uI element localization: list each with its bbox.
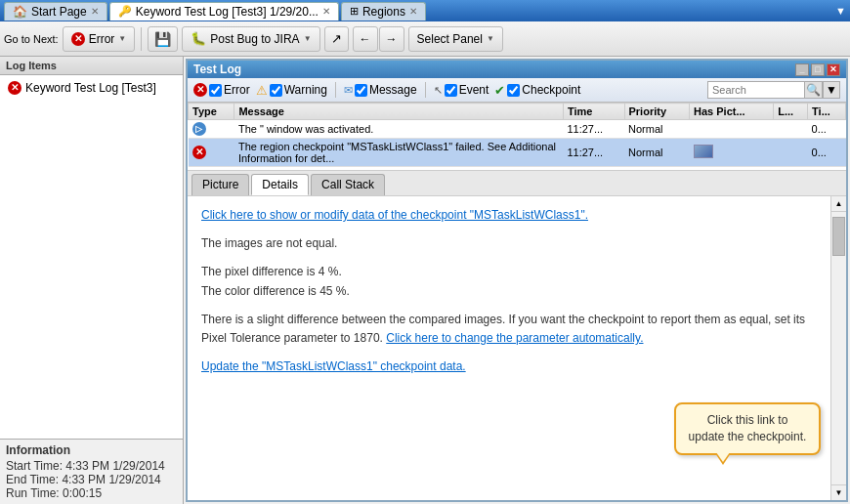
log-items-content: ✕ Keyword Test Log [Test3] (0, 75, 183, 439)
right-panel: Test Log _ □ ✕ ✕ Error ⚠ Warning (184, 57, 850, 504)
forward-btn[interactable]: → (379, 26, 404, 52)
tab-start-page[interactable]: 🏠 Start Page ✕ (4, 2, 107, 21)
filter-event-icon: ↖ (434, 84, 443, 97)
col-l: L... (774, 104, 808, 120)
save-icon: 💾 (154, 31, 171, 47)
go-to-next-error-btn[interactable]: ✕ Error ▼ (63, 26, 136, 52)
filter-event[interactable]: ↖ Event (434, 83, 489, 97)
row-type: ▷ (189, 120, 234, 139)
checkpoint-link[interactable]: Click here to show or modify data of the… (201, 208, 588, 222)
filter-checkpoint[interactable]: ✔ Checkpoint (494, 83, 580, 98)
tab-call-stack[interactable]: Call Stack (311, 174, 385, 195)
row-message: The " window was activated. (234, 120, 564, 139)
test-log-title: Test Log (193, 63, 241, 76)
log-items-header: Log Items (0, 57, 183, 75)
row-ti: 0... (808, 139, 846, 167)
table-row[interactable]: ▷ The " window was activated. 11:27... N… (189, 120, 846, 139)
tooltip-bubble: Click this link to update the checkpoint… (674, 402, 821, 455)
filter-message[interactable]: ✉ Message (344, 83, 417, 97)
row-l (774, 120, 808, 139)
run-time-row: Run Time: 0:00:15 (6, 486, 177, 500)
filter-error[interactable]: ✕ Error (193, 83, 250, 97)
save-btn[interactable]: 💾 (148, 26, 178, 52)
search-dropdown-btn[interactable]: ▼ (823, 81, 840, 99)
filter-warning-checkbox[interactable] (270, 84, 282, 97)
info-row-icon: ▷ (192, 122, 206, 136)
filter-checkpoint-label: Checkpoint (522, 83, 580, 97)
back-btn[interactable]: ← (353, 26, 378, 52)
filter-bar: ✕ Error ⚠ Warning ✉ Message ↖ (188, 78, 846, 103)
details-scrollbar: ▲ ▼ (830, 196, 846, 500)
scrollbar-track (831, 212, 846, 484)
col-message: Message (234, 104, 564, 120)
search-box: 🔍 ▼ (707, 81, 840, 99)
update-checkpoint-link[interactable]: Update the "MSTaskListWClass1" checkpoin… (201, 359, 466, 373)
run-time-label: Run Time: (6, 486, 60, 500)
change-param-link[interactable]: Click here to change the parameter autom… (386, 331, 643, 345)
end-time-label: End Time: (6, 473, 59, 486)
tooltip-text: Click this link to update the checkpoint… (689, 413, 807, 443)
row-priority: Normal (624, 139, 690, 167)
details-text: Click here to show or modify data of the… (188, 196, 830, 500)
row-priority: Normal (624, 120, 690, 139)
pixel-diff-text: The pixel difference is 4 %. The color d… (201, 263, 817, 300)
main-layout: Log Items ✕ Keyword Test Log [Test3] Inf… (0, 57, 850, 504)
filter-event-checkbox[interactable] (445, 84, 457, 97)
error-row-icon: ✕ (192, 146, 206, 159)
run-time-value: 0:00:15 (63, 486, 102, 500)
row-time: 11:27... (563, 139, 624, 167)
dropdown-arrow-icon: ▼ (118, 34, 126, 43)
scrollbar-down-btn[interactable]: ▼ (831, 484, 846, 500)
separator-1 (141, 27, 142, 51)
close-tab-start[interactable]: ✕ (91, 6, 99, 17)
row-time: 11:27... (563, 120, 624, 139)
information-label: Information (6, 443, 177, 457)
filter-message-label: Message (369, 83, 417, 97)
filter-checkpoint-checkbox[interactable] (507, 84, 520, 97)
error-icon: ✕ (71, 32, 85, 46)
test-log-titlebar: Test Log _ □ ✕ (188, 61, 846, 78)
scrollbar-thumb[interactable] (832, 217, 845, 256)
filter-message-checkbox[interactable] (355, 84, 367, 97)
search-input[interactable] (707, 81, 805, 99)
filter-error-checkbox[interactable] (209, 84, 222, 97)
row-has-pict (690, 120, 774, 139)
table-row[interactable]: ✕ The region checkpoint "MSTaskListWClas… (189, 139, 846, 167)
row-has-pict (690, 139, 774, 167)
tab-bar: 🏠 Start Page ✕ 🔑 Keyword Test Log [Test3… (4, 2, 835, 21)
filter-error-label: Error (224, 83, 250, 97)
restore-btn[interactable]: □ (811, 63, 825, 76)
end-time-row: End Time: 4:33 PM 1/29/2014 (6, 473, 177, 486)
bug-icon: 🐛 (191, 31, 206, 46)
tree-item-label: Keyword Test Log [Test3] (25, 81, 156, 95)
tab-details[interactable]: Details (251, 174, 309, 195)
update-checkpoint-row: Update the "MSTaskListWClass1" checkpoin… (201, 357, 817, 376)
filter-warning[interactable]: ⚠ Warning (256, 83, 327, 98)
toolbar: Go to Next: ✕ Error ▼ 💾 🐛 Post Bug to JI… (0, 21, 850, 57)
share-icon: ↗ (331, 31, 342, 46)
has-pict-icon (694, 145, 713, 158)
select-panel-btn[interactable]: Select Panel ▼ (408, 26, 503, 52)
start-time-label: Start Time: (6, 459, 63, 473)
scrollbar-up-btn[interactable]: ▲ (831, 196, 846, 212)
tree-item-keyword-test[interactable]: ✕ Keyword Test Log [Test3] (4, 79, 179, 97)
filter-error-icon: ✕ (193, 83, 207, 97)
search-button[interactable]: 🔍 (805, 81, 823, 99)
details-tabs-bar: Picture Details Call Stack (188, 171, 846, 196)
post-bug-btn[interactable]: 🐛 Post Bug to JIRA ▼ (182, 26, 319, 52)
close-tab-keyword[interactable]: ✕ (322, 6, 330, 17)
tab-picture[interactable]: Picture (191, 174, 249, 195)
bottom-info: Information Start Time: 4:33 PM 1/29/201… (0, 439, 183, 504)
row-type: ✕ (189, 139, 234, 167)
close-tab-regions[interactable]: ✕ (409, 6, 417, 17)
tab-call-stack-label: Call Stack (321, 178, 374, 191)
back-icon: ← (360, 32, 371, 46)
filter-warning-icon: ⚠ (256, 83, 268, 98)
minimize-btn[interactable]: _ (795, 63, 809, 76)
filter-checkpoint-icon: ✔ (494, 83, 505, 98)
tab-regions[interactable]: ⊞ Regions ✕ (341, 2, 426, 21)
tab-keyword-test-log[interactable]: 🔑 Keyword Test Log [Test3] 1/29/20... ✕ (109, 2, 339, 21)
test-log-window: Test Log _ □ ✕ ✕ Error ⚠ Warning (186, 59, 848, 502)
close-btn[interactable]: ✕ (827, 63, 840, 76)
share-btn[interactable]: ↗ (324, 26, 349, 52)
